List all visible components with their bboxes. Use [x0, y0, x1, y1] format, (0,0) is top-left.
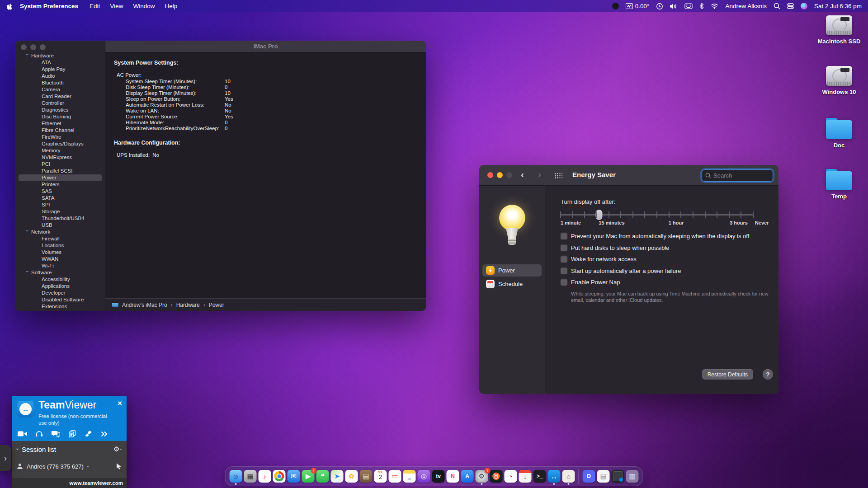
file-transfer-icon[interactable]: [69, 430, 76, 437]
desktop-icon-windows-10[interactable]: Windows 10: [813, 66, 865, 95]
energy-traffic-lights[interactable]: [487, 172, 512, 178]
active-app-name[interactable]: System Preferences: [20, 3, 78, 9]
dock-item-launchpad[interactable]: ▦: [244, 469, 257, 483]
dock-item-archive-utility[interactable]: ⌂: [562, 469, 576, 483]
dock-item-teamviewer[interactable]: ↔: [547, 469, 561, 483]
dock-item-window-preview[interactable]: [611, 469, 625, 483]
dock-item-photos[interactable]: ✿: [345, 469, 359, 483]
back-button[interactable]: ‹: [521, 169, 524, 180]
sidebar-item-controller[interactable]: Controller: [15, 100, 105, 107]
dock-item-news[interactable]: N: [446, 469, 460, 483]
breadcrumb-item-hardware[interactable]: Hardware: [176, 302, 200, 308]
zoom-button[interactable]: [506, 172, 512, 178]
sidebar-item-apple-pay[interactable]: Apple Pay: [15, 66, 105, 73]
sidebar-section-network[interactable]: ›Network: [15, 229, 105, 235]
dock-item-installer[interactable]: ↓: [519, 469, 532, 483]
dock-item-messages[interactable]: ❝: [316, 469, 330, 483]
minimize-button[interactable]: [497, 172, 503, 178]
menu-window[interactable]: Window: [128, 3, 160, 9]
sidebar-item-bluetooth[interactable]: Bluetooth: [15, 80, 105, 86]
breadcrumb-item-andrew-s-imac-pro[interactable]: Andrew's iMac Pro: [122, 302, 167, 308]
volume-icon[interactable]: [670, 3, 678, 9]
session-list-bar[interactable]: › Session list ⚙›: [12, 441, 127, 457]
collapse-chevron-icon[interactable]: ›: [14, 448, 21, 450]
video-call-icon[interactable]: [18, 431, 27, 437]
dock-item-discord-installer[interactable]: D: [582, 469, 596, 483]
sidebar-item-wwan[interactable]: WWAN: [15, 256, 105, 263]
display-off-slider[interactable]: [561, 210, 753, 220]
dock-item-system-preferences[interactable]: ⚙1: [475, 469, 489, 483]
teamviewer-side-handle[interactable]: ›: [0, 445, 11, 471]
search-input[interactable]: [713, 172, 763, 179]
sidebar-item-firewall[interactable]: Firewall: [15, 235, 105, 242]
help-button[interactable]: ?: [763, 369, 773, 380]
sidebar-item-memory[interactable]: Memory: [15, 147, 105, 154]
dock-item-chrome[interactable]: [273, 469, 286, 483]
dock-item-trash[interactable]: ▥: [626, 469, 639, 483]
dock-item-trend-micro[interactable]: ◔: [504, 469, 518, 483]
menubar-clock[interactable]: Sat 2 Jul 6:36 pm: [814, 3, 862, 9]
dock-item-contacts[interactable]: ▤: [359, 469, 373, 483]
sidebar-item-sas[interactable]: SAS: [15, 188, 105, 195]
sidebar-item-sata[interactable]: SATA: [15, 195, 105, 202]
sidebar-item-developer[interactable]: Developer: [15, 290, 105, 296]
dock-item-app-store[interactable]: A: [461, 469, 474, 483]
session-row[interactable]: Andres (776 375 627) ›: [12, 459, 127, 474]
sidebar-item-audio[interactable]: Audio: [15, 73, 105, 80]
sidebar-item-printers[interactable]: Printers: [15, 181, 105, 188]
sidebar-item-disc-burning[interactable]: Disc Burning: [15, 113, 105, 120]
forward-button[interactable]: ›: [538, 169, 541, 180]
sidebar-item-wi-fi[interactable]: Wi-Fi: [15, 263, 105, 269]
sidebar-item-usb[interactable]: USB: [15, 222, 105, 229]
dock-item-calendar[interactable]: JUL2: [374, 469, 387, 483]
temperature-widget[interactable]: 0.00°: [626, 3, 650, 9]
dock-item-maps[interactable]: ➤: [330, 469, 344, 483]
search-field[interactable]: [702, 169, 773, 182]
sidebar-item-storage[interactable]: Storage: [15, 208, 105, 215]
sidebar-item-accessibility[interactable]: Accessibility: [15, 276, 105, 283]
more-actions-icon[interactable]: [101, 431, 108, 437]
menubar-app-icon[interactable]: [612, 3, 619, 9]
teamviewer-website-link[interactable]: www.teamviewer.com: [70, 480, 123, 486]
sidebar-item-applications[interactable]: Applications: [15, 283, 105, 290]
checkbox-unchecked[interactable]: [561, 279, 567, 286]
sidebar-item-disabled-software[interactable]: Disabled Software: [15, 296, 105, 303]
sidebar-item-diagnostics[interactable]: Diagnostics: [15, 107, 105, 113]
restore-defaults-button[interactable]: Restore Defaults: [702, 369, 753, 380]
dock-item-facetime[interactable]: ▶1: [302, 469, 315, 483]
sidebar-item-fibre-channel[interactable]: Fibre Channel: [15, 127, 105, 134]
sidebar-item-volumes[interactable]: Volumes: [15, 249, 105, 256]
apple-menu-icon[interactable]: [6, 3, 13, 10]
checkbox-unchecked[interactable]: [561, 233, 567, 239]
menu-edit[interactable]: Edit: [85, 3, 105, 9]
sidebar-item-power[interactable]: Power: [19, 174, 102, 181]
checkbox-unchecked[interactable]: [561, 256, 567, 263]
menu-view[interactable]: View: [105, 3, 128, 9]
dock-item-reminders[interactable]: ≔: [388, 469, 402, 483]
chat-icon[interactable]: [52, 431, 60, 437]
audio-call-icon[interactable]: [35, 430, 43, 437]
sidebar-item-camera[interactable]: Camera: [15, 86, 105, 93]
menu-help[interactable]: Help: [160, 3, 182, 9]
sysinfo-titlebar[interactable]: iMac Pro: [105, 41, 426, 52]
sidebar-item-thunderbolt-usb4[interactable]: Thunderbolt/USB4: [15, 215, 105, 222]
menubar-username[interactable]: Andrew Alksnis: [725, 3, 767, 9]
dock-item-firewall-lulu[interactable]: ♉: [490, 469, 503, 483]
sidebar-item-graphics-displays[interactable]: Graphics/Displays: [15, 141, 105, 147]
sidebar-item-parallel-scsi[interactable]: Parallel SCSI: [15, 168, 105, 174]
sidebar-item-extensions[interactable]: Extensions: [15, 303, 105, 310]
sidebar-section-hardware[interactable]: ›Hardware: [15, 52, 105, 59]
desktop-icon-temp[interactable]: Temp: [813, 169, 865, 200]
dock-item-document-stack[interactable]: ▤: [597, 469, 610, 483]
keyboard-icon[interactable]: [684, 3, 693, 9]
dock-item-podcasts[interactable]: ◎: [417, 469, 431, 483]
breadcrumb-item-power[interactable]: Power: [209, 302, 224, 308]
remote-cursor-icon[interactable]: [116, 463, 122, 470]
dock-item-music[interactable]: ♪: [258, 469, 272, 483]
sidebar-item-locations[interactable]: Locations: [15, 242, 105, 249]
dock-item-finder[interactable]: ☺: [229, 469, 243, 483]
sidebar-section-software[interactable]: ›Software: [15, 269, 105, 276]
whiteboard-icon[interactable]: [85, 430, 92, 437]
siri-icon[interactable]: [801, 3, 807, 9]
spotlight-search-icon[interactable]: [774, 3, 780, 9]
